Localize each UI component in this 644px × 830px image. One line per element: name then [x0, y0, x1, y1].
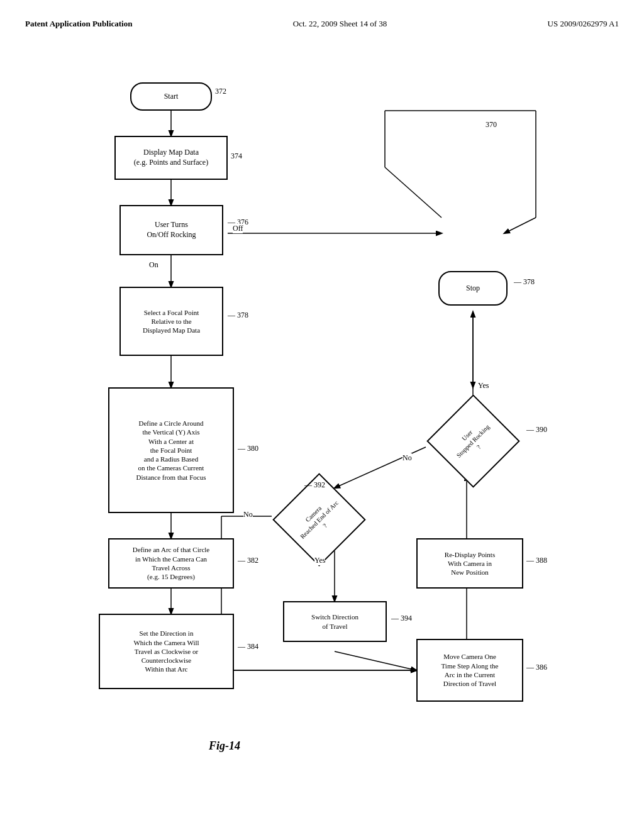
- set-direction-ref: — 384: [238, 642, 258, 651]
- start-ref: 372: [215, 87, 226, 96]
- define-arc-label: Define an Arc of that Circle in Which th…: [133, 545, 209, 581]
- fig-label: Fig-14: [209, 739, 240, 753]
- redisplay-label: Re-Display Points With Camera in New Pos…: [445, 550, 495, 577]
- header-right: US 2009/0262979 A1: [548, 19, 619, 29]
- camera-reached-ref: — 392: [304, 480, 325, 490]
- select-focal-node: Select a Focal Point Relative to the Dis…: [119, 287, 223, 356]
- loop-ref: 370: [486, 120, 497, 130]
- stop-ref: — 378: [514, 277, 535, 287]
- display-map-node: Display Map Data (e.g. Points and Surfac…: [114, 136, 228, 180]
- move-camera-ref: — 386: [526, 663, 547, 672]
- no-user-label: No: [402, 453, 412, 463]
- user-turns-label: User Turns On/Off Rocking: [147, 220, 196, 240]
- stop-label: Stop: [466, 284, 480, 294]
- move-camera-node: Move Camera One Time Step Along the Arc …: [416, 639, 523, 702]
- redisplay-node: Re-Display Points With Camera in New Pos…: [416, 538, 523, 589]
- select-focal-label: Select a Focal Point Relative to the Dis…: [143, 308, 200, 335]
- select-focal-ref: — 378: [228, 311, 248, 320]
- flowchart: Start 372 Display Map Data (e.g. Points …: [26, 48, 618, 815]
- svg-line-17: [335, 651, 416, 670]
- yes-stop-label: Yes: [478, 381, 489, 390]
- display-map-label: Display Map Data (e.g. Points and Surfac…: [134, 148, 208, 167]
- define-circle-node: Define a Circle Around the Vertical (Y) …: [108, 387, 234, 513]
- on-label: On: [149, 260, 158, 270]
- page: Patent Application Publication Oct. 22, …: [0, 0, 644, 830]
- svg-line-18: [385, 167, 441, 218]
- switch-dir-ref: — 394: [391, 614, 412, 623]
- page-header: Patent Application Publication Oct. 22, …: [25, 19, 619, 29]
- start-label: Start: [164, 92, 179, 102]
- display-map-ref: 374: [231, 152, 242, 161]
- define-circle-label: Define a Circle Around the Vertical (Y) …: [136, 419, 206, 482]
- set-direction-label: Set the Direction in Which the Camera Wi…: [133, 629, 199, 673]
- camera-reached-wrapper: CameraReached End of Arc?: [272, 482, 366, 557]
- move-camera-label: Move Camera One Time Step Along the Arc …: [441, 652, 499, 688]
- header-left: Patent Application Publication: [25, 19, 132, 29]
- stop-node: Stop: [438, 271, 508, 306]
- switch-dir-label: Switch Direction of Travel: [311, 612, 358, 631]
- user-stopped-wrapper: UserStopped Rocking?: [426, 403, 520, 479]
- user-turns-node: User Turns On/Off Rocking: [119, 205, 223, 255]
- define-arc-ref: — 382: [238, 556, 258, 565]
- user-stopped-ref: — 390: [526, 425, 547, 434]
- no-camera-label: No: [243, 510, 253, 519]
- define-circle-ref: — 380: [238, 444, 258, 453]
- start-node: Start: [130, 82, 212, 111]
- set-direction-node: Set the Direction in Which the Camera Wi…: [99, 614, 234, 689]
- header-center: Oct. 22, 2009 Sheet 14 of 38: [293, 19, 387, 29]
- off-label: Off: [233, 224, 243, 233]
- redisplay-ref: — 388: [526, 556, 547, 565]
- switch-dir-node: Switch Direction of Travel: [283, 601, 387, 642]
- yes-camera-label: Yes: [314, 556, 325, 565]
- define-arc-node: Define an Arc of that Circle in Which th…: [108, 538, 234, 589]
- svg-line-22: [504, 218, 536, 233]
